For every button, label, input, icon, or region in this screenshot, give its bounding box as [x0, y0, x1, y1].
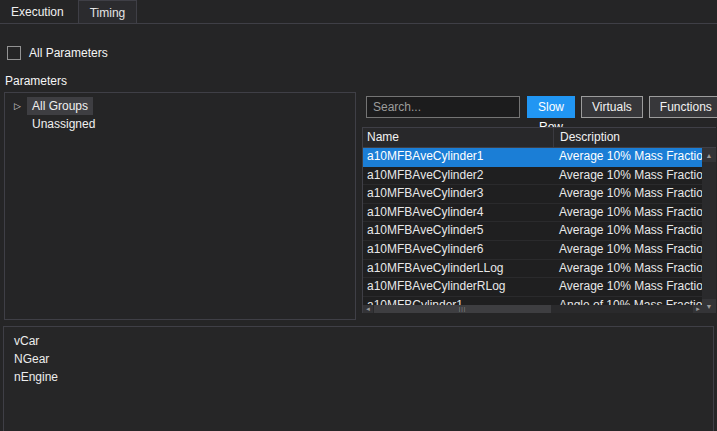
all-parameters-checkbox[interactable] — [7, 46, 21, 60]
cell-name: a10MFBAveCylinderRLog — [363, 278, 553, 296]
cell-name: a10MFBAveCylinder5 — [363, 222, 553, 240]
tab-strip: Execution Timing — [0, 0, 717, 24]
tree-item-label: All Groups — [27, 97, 93, 115]
cell-description: Average 10% Mass Fraction Bu — [553, 278, 702, 296]
cell-name: a10MFBAveCylinderLLog — [363, 260, 553, 278]
tab-timing[interactable]: Timing — [78, 0, 138, 23]
list-item[interactable]: vCar — [4, 332, 713, 350]
table-row[interactable]: a10MFBAveCylinderRLog Average 10% Mass F… — [363, 278, 716, 297]
filter-button[interactable]: Slow Row — [527, 96, 575, 118]
expander-icon[interactable]: ▷ — [14, 97, 27, 115]
cell-description: Average 10% Mass Fraction Bu — [553, 167, 702, 185]
cell-name: a10MFBCylinder1 — [363, 297, 553, 305]
scroll-right-icon[interactable]: ► — [693, 305, 703, 313]
tree-item[interactable]: ▷ Unassigned — [5, 115, 355, 133]
parameter-table: Name Description a10MFBAveCylinder1 Aver… — [362, 127, 716, 313]
table-row[interactable]: a10MFBCylinder1 Angle of 10% Mass Fracti… — [363, 297, 716, 305]
horizontal-scrollbar[interactable]: ◄ ||| ► — [363, 305, 703, 313]
table-row[interactable]: a10MFBAveCylinder6 Average 10% Mass Frac… — [363, 241, 716, 260]
filter-button[interactable]: Functions — [649, 96, 717, 118]
filter-button-label: Virtuals — [592, 100, 632, 114]
tree-item[interactable]: ▷ All Groups — [5, 97, 355, 115]
table-row[interactable]: a10MFBAveCylinder3 Average 10% Mass Frac… — [363, 185, 716, 204]
parameter-table-body: a10MFBAveCylinder1 Average 10% Mass Frac… — [363, 148, 716, 305]
cell-name: a10MFBAveCylinder6 — [363, 241, 553, 259]
parameter-table-header: Name Description — [363, 128, 716, 148]
filter-button-row: Slow Row Virtuals Functions — [527, 96, 716, 118]
scroll-down-icon[interactable]: ▼ — [702, 299, 716, 313]
scroll-left-icon[interactable]: ◄ — [363, 305, 373, 313]
cell-name: a10MFBAveCylinder1 — [363, 148, 553, 166]
cell-description: Average 10% Mass Fraction Bu — [553, 185, 702, 203]
cell-name: a10MFBAveCylinder3 — [363, 185, 553, 203]
cell-description: Average 10% Mass Fraction Bu — [553, 148, 702, 166]
all-parameters-label: All Parameters — [29, 46, 108, 60]
column-header-description[interactable]: Description — [553, 128, 702, 147]
groups-tree-panel: ▷ All Groups ▷ Unassigned — [4, 92, 356, 320]
filter-button[interactable]: Virtuals — [581, 96, 643, 118]
cell-description: Angle of 10% Mass Fraction Bu — [553, 297, 702, 305]
column-header-name[interactable]: Name — [363, 128, 553, 147]
horizontal-scroll-thumb[interactable]: ||| — [374, 305, 551, 313]
tree-item-label: Unassigned — [27, 115, 100, 133]
tab-execution[interactable]: Execution — [0, 0, 75, 23]
cell-description: Average 10% Mass Fraction Bu — [553, 222, 702, 240]
all-parameters-row: All Parameters — [7, 46, 108, 60]
horizontal-scroll-track[interactable] — [551, 305, 693, 313]
search-input[interactable] — [366, 96, 520, 118]
list-item[interactable]: NGear — [4, 350, 713, 368]
cell-description: Average 10% Mass Fraction Bu — [553, 260, 702, 278]
cell-description: Average 10% Mass Fraction Bu — [553, 241, 702, 259]
list-item[interactable]: nEngine — [4, 368, 713, 386]
filter-button-label: Functions — [660, 100, 712, 114]
cell-description: Average 10% Mass Fraction Bu — [553, 204, 702, 222]
cell-name: a10MFBAveCylinder4 — [363, 204, 553, 222]
tab-execution-label: Execution — [11, 5, 64, 19]
table-row[interactable]: a10MFBAveCylinder5 Average 10% Mass Frac… — [363, 222, 716, 241]
table-row[interactable]: a10MFBAveCylinder1 Average 10% Mass Frac… — [363, 148, 716, 167]
vertical-scrollbar[interactable]: ▲ ▼ — [702, 148, 716, 313]
scroll-up-icon[interactable]: ▲ — [702, 148, 716, 162]
cell-name: a10MFBAveCylinder2 — [363, 167, 553, 185]
selected-parameters-panel: vCar NGear nEngine — [3, 326, 714, 431]
table-row[interactable]: a10MFBAveCylinder2 Average 10% Mass Frac… — [363, 167, 716, 186]
column-header-filler — [702, 128, 716, 147]
parameters-section-label: Parameters — [5, 74, 67, 88]
table-row[interactable]: a10MFBAveCylinderLLog Average 10% Mass F… — [363, 260, 716, 279]
table-row[interactable]: a10MFBAveCylinder4 Average 10% Mass Frac… — [363, 204, 716, 223]
tab-timing-label: Timing — [90, 6, 126, 20]
